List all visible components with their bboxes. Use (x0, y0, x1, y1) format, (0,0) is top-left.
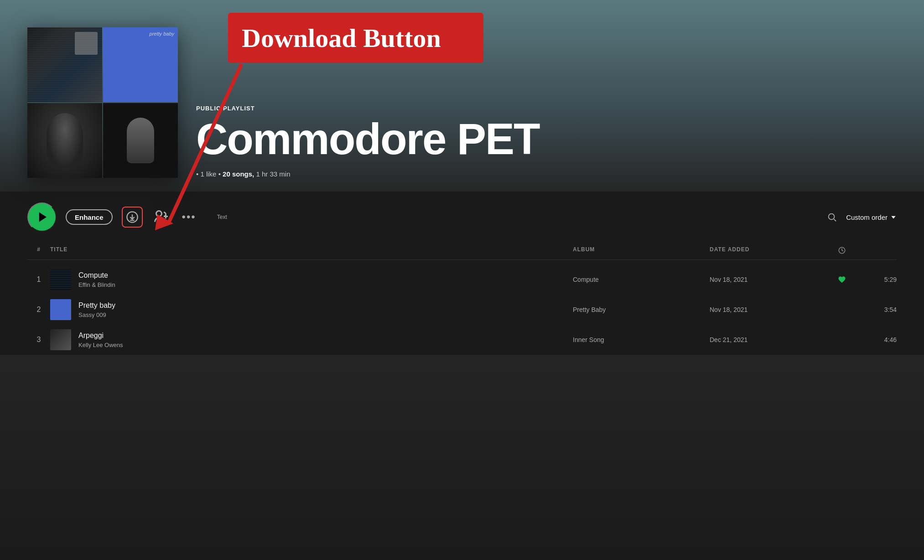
table-row[interactable]: 2 Pretty baby Sassy 009 Pretty Baby Nov … (27, 295, 897, 325)
meta-likes: 1 like (200, 170, 216, 178)
svg-point-4 (156, 211, 161, 217)
playlist-type-label: PUBLIC PLAYLIST (196, 105, 897, 112)
track-number: 1 (27, 275, 50, 284)
col-num-header: # (27, 246, 50, 256)
track-thumbnail (50, 269, 71, 290)
meta-duration: 1 hr 33 min (256, 170, 290, 178)
art-cell-2-text: pretty baby (150, 31, 174, 36)
track-text: Pretty baby Sassy 009 (78, 301, 115, 318)
track-title: Arpeggi (78, 332, 123, 340)
playlist-artwork: pretty baby (27, 27, 178, 178)
track-title: Compute (78, 271, 115, 280)
search-button[interactable] (827, 212, 837, 222)
svg-marker-0 (39, 213, 47, 222)
track-number: 3 (27, 336, 50, 344)
track-album: Pretty Baby (573, 306, 710, 313)
playlist-meta: • 1 like • 20 songs, 1 hr 33 min (196, 170, 897, 178)
track-artist: Sassy 009 (78, 311, 115, 318)
col-duration-header (824, 246, 860, 256)
text-label: Text (217, 214, 227, 220)
playlist-title: Commodore PET (196, 117, 897, 161)
meta-songs: 20 songs, (223, 170, 254, 178)
track-date: Dec 21, 2021 (710, 336, 824, 343)
svg-marker-9 (891, 216, 895, 219)
meta-bullet: • (196, 170, 198, 178)
track-thumbnail (50, 329, 71, 350)
track-number: 2 (27, 306, 50, 314)
play-button[interactable] (27, 202, 57, 232)
track-duration: 4:46 (860, 336, 897, 343)
svg-line-8 (834, 219, 836, 222)
toolbar-right: Custom order (827, 212, 897, 222)
track-info: Compute Effin & Blindin (50, 269, 573, 290)
table-row[interactable]: 1 Compute Effin & Blindin Compute Nov 18… (27, 264, 897, 295)
art-cell-3 (27, 103, 102, 178)
art-cell-2: pretty baby (103, 27, 178, 102)
track-duration: 3:54 (860, 306, 897, 313)
track-album: Compute (573, 276, 710, 283)
more-options-button[interactable]: ••• (179, 211, 199, 223)
table-row[interactable]: 3 Arpeggi Kelly Lee Owens Inner Song Dec… (27, 325, 897, 355)
add-user-button[interactable] (152, 208, 170, 226)
track-info: Arpeggi Kelly Lee Owens (50, 329, 573, 350)
meta-bullet2: • (218, 170, 223, 178)
track-list: # TITLE ALBUM DATE ADDED 1 Compute Effin… (0, 243, 924, 355)
hero-section: pretty baby PUBLIC PLAYLIST Commodore PE… (0, 0, 924, 192)
col-date-header: DATE ADDED (710, 246, 824, 256)
col-title-header: TITLE (50, 246, 573, 256)
track-text: Compute Effin & Blindin (78, 271, 115, 288)
track-info: Pretty baby Sassy 009 (50, 299, 573, 320)
track-duration: 5:29 (860, 276, 897, 283)
art-cell-4 (103, 103, 178, 178)
custom-order-button[interactable]: Custom order (846, 213, 897, 221)
track-title: Pretty baby (78, 301, 115, 310)
track-like-button[interactable] (824, 275, 860, 284)
svg-point-7 (829, 214, 835, 220)
track-text: Arpeggi Kelly Lee Owens (78, 332, 123, 348)
track-artist: Kelly Lee Owens (78, 342, 123, 348)
track-artist: Effin & Blindin (78, 281, 115, 288)
track-album: Inner Song (573, 336, 710, 343)
col-empty-header (860, 246, 897, 256)
track-thumbnail (50, 299, 71, 320)
hero-info: PUBLIC PLAYLIST Commodore PET • 1 like •… (196, 105, 897, 178)
enhance-button[interactable]: Enhance (66, 209, 113, 225)
download-button[interactable] (122, 207, 143, 228)
track-list-header: # TITLE ALBUM DATE ADDED (27, 243, 897, 260)
art-cell-1 (27, 27, 102, 102)
track-date: Nov 18, 2021 (710, 276, 824, 283)
toolbar: Enhance ••• Text (0, 192, 924, 243)
col-album-header: ALBUM (573, 246, 710, 256)
track-date: Nov 18, 2021 (710, 306, 824, 313)
